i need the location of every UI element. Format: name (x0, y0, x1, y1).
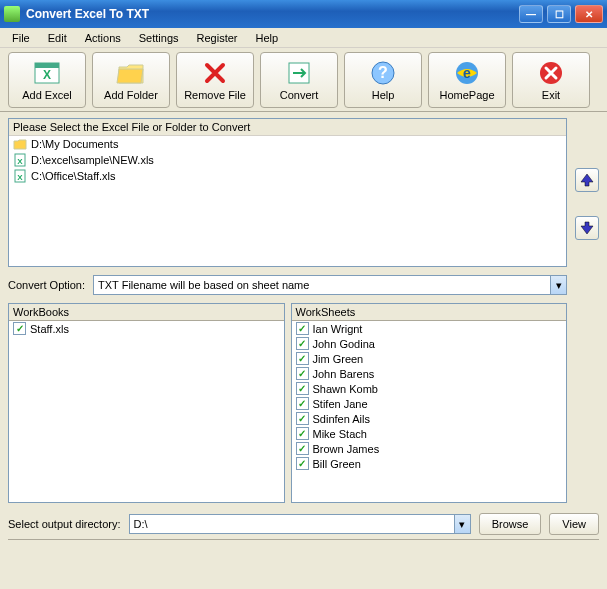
view-button[interactable]: View (549, 513, 599, 535)
convert-option-value: TXT Filename will be based on sheet name (98, 279, 309, 291)
svg-text:X: X (43, 68, 51, 82)
exit-icon (535, 59, 567, 87)
excel-icon: X (31, 59, 63, 87)
worksheet-name: Brown James (313, 443, 380, 455)
window-title: Convert Excel To TXT (26, 7, 519, 21)
menu-file[interactable]: File (4, 30, 38, 45)
menu-settings[interactable]: Settings (131, 30, 187, 45)
convert-icon (283, 59, 315, 87)
help-button[interactable]: ?Help (344, 52, 422, 108)
close-button[interactable]: ✕ (575, 5, 603, 23)
worksheet-name: John Godina (313, 338, 375, 350)
worksheet-item[interactable]: Brown James (292, 441, 567, 456)
remove-file-button[interactable]: Remove File (176, 52, 254, 108)
file-row[interactable]: D:\My Documents (9, 136, 566, 152)
checkbox-icon[interactable] (296, 427, 309, 440)
worksheet-item[interactable]: Shawn Komb (292, 381, 567, 396)
menu-register[interactable]: Register (189, 30, 246, 45)
worksheet-item[interactable]: Jim Green (292, 351, 567, 366)
worksheet-name: Ian Wrignt (313, 323, 363, 335)
checkbox-icon[interactable] (296, 457, 309, 470)
checkbox-icon[interactable] (296, 337, 309, 350)
checkbox-icon[interactable] (296, 367, 309, 380)
browse-button[interactable]: Browse (479, 513, 542, 535)
convert-option-dropdown[interactable]: TXT Filename will be based on sheet name… (93, 275, 567, 295)
checkbox-icon[interactable] (296, 382, 309, 395)
menu-actions[interactable]: Actions (77, 30, 129, 45)
svg-text:X: X (17, 173, 23, 182)
svg-text:X: X (17, 157, 23, 166)
checkbox-icon[interactable] (296, 352, 309, 365)
svg-text:e: e (463, 65, 471, 81)
file-list-header: Please Select the Excel File or Folder t… (9, 119, 566, 136)
arrow-down-icon (580, 221, 594, 235)
workbooks-list[interactable]: Staff.xls (9, 321, 284, 502)
worksheet-item[interactable]: Sdinfen Ails (292, 411, 567, 426)
arrow-up-icon (580, 173, 594, 187)
checkbox-icon[interactable] (296, 412, 309, 425)
workbooks-panel: WorkBooks Staff.xls (8, 303, 285, 503)
folder-icon (115, 59, 147, 87)
worksheet-item[interactable]: Ian Wrignt (292, 321, 567, 336)
file-path: C:\Office\Staff.xls (31, 170, 116, 182)
toolbar: XAdd ExcelAdd FolderRemove FileConvert?H… (0, 48, 607, 112)
chevron-down-icon: ▾ (454, 515, 470, 533)
menu-edit[interactable]: Edit (40, 30, 75, 45)
add-folder-button[interactable]: Add Folder (92, 52, 170, 108)
svg-text:?: ? (378, 64, 388, 81)
move-up-button[interactable] (575, 168, 599, 192)
output-dir-value: D:\ (134, 518, 148, 530)
menubar: FileEditActionsSettingsRegisterHelp (0, 28, 607, 48)
convert-option-label: Convert Option: (8, 279, 85, 291)
checkbox-icon[interactable] (296, 397, 309, 410)
workbooks-header: WorkBooks (9, 304, 284, 321)
checkbox-icon[interactable] (13, 322, 26, 335)
exit-button[interactable]: Exit (512, 52, 590, 108)
worksheet-name: Mike Stach (313, 428, 367, 440)
file-path: D:\My Documents (31, 138, 118, 150)
worksheet-item[interactable]: John Barens (292, 366, 567, 381)
worksheets-header: WorkSheets (292, 304, 567, 321)
worksheet-item[interactable]: John Godina (292, 336, 567, 351)
move-down-button[interactable] (575, 216, 599, 240)
worksheet-name: Shawn Komb (313, 383, 378, 395)
statusbar (8, 539, 599, 559)
checkbox-icon[interactable] (296, 322, 309, 335)
workbook-item[interactable]: Staff.xls (9, 321, 284, 336)
workbook-name: Staff.xls (30, 323, 69, 335)
worksheet-item[interactable]: Stifen Jane (292, 396, 567, 411)
worksheet-name: Bill Green (313, 458, 361, 470)
output-dir-label: Select output directory: (8, 518, 121, 530)
file-list[interactable]: D:\My DocumentsXD:\excel\sample\NEW.xlsX… (9, 136, 566, 266)
worksheet-name: John Barens (313, 368, 375, 380)
convert-button[interactable]: Convert (260, 52, 338, 108)
file-row[interactable]: XD:\excel\sample\NEW.xls (9, 152, 566, 168)
help-icon: ? (367, 59, 399, 87)
add-excel-button[interactable]: XAdd Excel (8, 52, 86, 108)
output-dir-dropdown[interactable]: D:\ ▾ (129, 514, 471, 534)
checkbox-icon[interactable] (296, 442, 309, 455)
titlebar: Convert Excel To TXT — ☐ ✕ (0, 0, 607, 28)
ie-icon: e (451, 59, 483, 87)
worksheet-name: Sdinfen Ails (313, 413, 370, 425)
remove-icon (199, 59, 231, 87)
file-list-panel: Please Select the Excel File or Folder t… (8, 118, 567, 267)
minimize-button[interactable]: — (519, 5, 543, 23)
file-row[interactable]: XC:\Office\Staff.xls (9, 168, 566, 184)
chevron-down-icon: ▾ (550, 276, 566, 294)
menu-help[interactable]: Help (248, 30, 287, 45)
folder-icon (13, 137, 27, 151)
worksheet-item[interactable]: Mike Stach (292, 426, 567, 441)
file-path: D:\excel\sample\NEW.xls (31, 154, 154, 166)
worksheets-list[interactable]: Ian WrigntJohn GodinaJim GreenJohn Baren… (292, 321, 567, 502)
app-icon (4, 6, 20, 22)
maximize-button[interactable]: ☐ (547, 5, 571, 23)
excel-icon: X (13, 169, 27, 183)
worksheet-name: Jim Green (313, 353, 364, 365)
homepage-button[interactable]: eHomePage (428, 52, 506, 108)
excel-icon: X (13, 153, 27, 167)
worksheet-name: Stifen Jane (313, 398, 368, 410)
worksheet-item[interactable]: Bill Green (292, 456, 567, 471)
worksheets-panel: WorkSheets Ian WrigntJohn GodinaJim Gree… (291, 303, 568, 503)
